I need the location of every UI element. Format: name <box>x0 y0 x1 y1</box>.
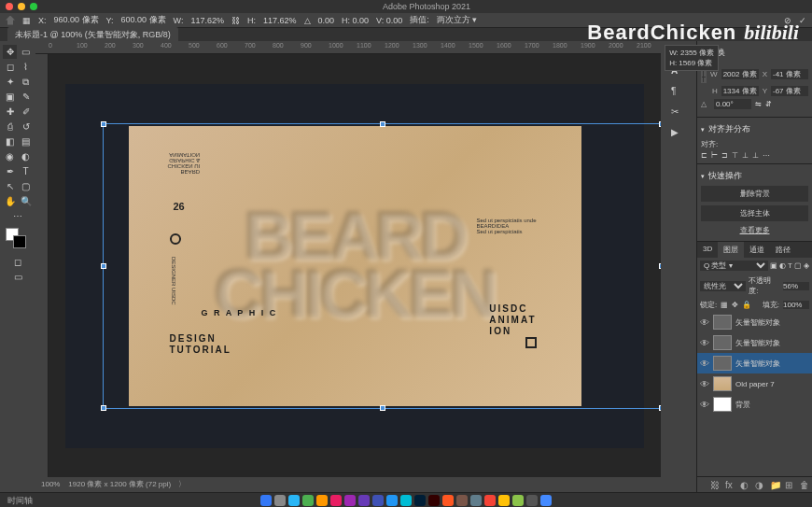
tab-layers[interactable]: 图层 <box>718 242 744 258</box>
angle-value[interactable]: 0.00 <box>318 16 335 25</box>
path-select-tool[interactable]: ↖ <box>3 179 17 193</box>
marquee-tool[interactable]: ◻ <box>3 60 17 74</box>
dock-app-icon[interactable] <box>470 495 482 506</box>
minimize-icon[interactable] <box>18 3 25 10</box>
adjustment-layer-icon[interactable]: ◑ <box>755 480 764 489</box>
move-tool[interactable]: ✥ <box>3 45 17 59</box>
align-vcenter-icon[interactable]: ⊥ <box>742 151 749 160</box>
filter-type-icon[interactable]: T <box>788 261 792 270</box>
wand-tool[interactable]: ✦ <box>3 75 17 89</box>
frame-tool[interactable]: ▣ <box>3 90 17 104</box>
brush-tool[interactable]: ✐ <box>19 105 33 119</box>
transform-handle[interactable] <box>659 121 661 127</box>
dock-app-icon[interactable] <box>484 495 496 506</box>
eraser-tool[interactable]: ◧ <box>3 134 17 148</box>
dock-app-icon[interactable] <box>386 495 398 506</box>
anchor-icon[interactable]: ▦ <box>22 16 31 25</box>
lock-pixels-icon[interactable]: ▦ <box>721 301 728 309</box>
align-left-icon[interactable]: ⊏ <box>701 151 707 160</box>
lock-position-icon[interactable]: ✥ <box>732 301 738 309</box>
link-icon[interactable]: ⛓ <box>231 16 240 25</box>
tab-channels[interactable]: 通道 <box>744 242 770 258</box>
dock-app-icon[interactable] <box>288 495 300 506</box>
dock-app-icon[interactable] <box>512 495 524 506</box>
dock-app-icon[interactable] <box>526 495 538 506</box>
visibility-icon[interactable]: 👁 <box>700 379 709 388</box>
visibility-icon[interactable]: 👁 <box>700 400 709 409</box>
tab-3d[interactable]: 3D <box>697 242 718 258</box>
filter-shape-icon[interactable]: ▢ <box>794 261 802 270</box>
select-subject-button[interactable]: 选择主体 <box>701 205 808 221</box>
dock-app-icon[interactable] <box>456 495 468 506</box>
zoom-level[interactable]: 100% <box>41 480 60 488</box>
transform-angle-input[interactable] <box>714 99 751 109</box>
color-swatches[interactable] <box>2 228 34 248</box>
transform-h-input[interactable] <box>721 86 759 96</box>
transform-handle[interactable] <box>659 405 661 411</box>
screenmode-icon[interactable]: ▭ <box>11 270 25 284</box>
dock-ai-icon[interactable] <box>428 495 440 506</box>
fill-input[interactable] <box>783 301 809 309</box>
artboard-tool[interactable]: ▭ <box>19 45 33 59</box>
dock-app-icon[interactable] <box>358 495 370 506</box>
eyedropper-tool[interactable]: ✎ <box>19 90 33 104</box>
dock-app-icon[interactable] <box>302 495 314 506</box>
new-layer-icon[interactable]: ⊞ <box>785 480 794 489</box>
align-top-icon[interactable]: ⊤ <box>732 151 738 160</box>
transform-handle[interactable] <box>659 263 661 269</box>
chevron-right-icon[interactable]: 〉 <box>178 480 186 488</box>
actions-panel-icon[interactable]: ▶ <box>671 127 686 142</box>
filter-img-icon[interactable]: ▣ <box>770 261 777 270</box>
flip-v-icon[interactable]: ⇵ <box>765 100 772 108</box>
align-right-icon[interactable]: ⊐ <box>721 151 728 160</box>
lock-all-icon[interactable]: 🔒 <box>742 301 751 309</box>
stamp-tool[interactable]: ⎙ <box>3 120 17 134</box>
document-tab[interactable]: 未标题-1 @ 100% (矢量智能对象, RGB/8) <box>7 27 178 43</box>
gradient-tool[interactable]: ▤ <box>19 134 33 148</box>
transform-w-input[interactable] <box>721 69 759 79</box>
dock-ps-icon[interactable] <box>414 495 426 506</box>
home-icon[interactable] <box>6 16 15 25</box>
cancel-transform-icon[interactable]: ⊘ <box>784 16 791 25</box>
history-brush-tool[interactable]: ↺ <box>19 120 33 134</box>
dodge-tool[interactable]: ◐ <box>19 149 33 163</box>
dock-app-icon[interactable] <box>498 495 510 506</box>
crop-tool[interactable]: ⧉ <box>19 75 33 89</box>
maximize-icon[interactable] <box>30 3 37 10</box>
layer-row[interactable]: 👁矢量智能对象 <box>697 312 812 332</box>
more-link[interactable]: 查看更多 <box>701 223 808 237</box>
transform-handle[interactable] <box>101 121 106 127</box>
align-header[interactable]: 对齐并分布 <box>701 121 808 137</box>
dock-app-icon[interactable] <box>442 495 454 506</box>
background-swatch[interactable] <box>13 235 26 248</box>
layer-fx-icon[interactable]: fx <box>725 480 735 489</box>
shape-tool[interactable]: ▢ <box>19 179 33 193</box>
type-tool[interactable]: T <box>19 164 33 178</box>
quickactions-header[interactable]: 快速操作 <box>701 168 808 184</box>
heal-tool[interactable]: ✚ <box>3 105 17 119</box>
visibility-icon[interactable]: 👁 <box>700 359 709 368</box>
close-icon[interactable] <box>6 3 13 10</box>
group-icon[interactable]: 📁 <box>770 480 779 489</box>
swatches-panel-icon[interactable]: ✂ <box>671 106 686 121</box>
dock-app-icon[interactable] <box>372 495 384 506</box>
paragraph-panel-icon[interactable]: ¶ <box>671 86 686 101</box>
tab-paths[interactable]: 路径 <box>770 242 796 258</box>
visibility-icon[interactable]: 👁 <box>700 317 709 327</box>
align-bottom-icon[interactable]: ⊥ <box>752 151 759 160</box>
layer-row[interactable]: 👁矢量智能对象 <box>697 332 812 353</box>
hand-tool[interactable]: ✋ <box>3 194 17 208</box>
h-value[interactable]: 117.62% <box>263 16 297 25</box>
blur-tool[interactable]: ◉ <box>3 149 17 163</box>
remove-bg-button[interactable]: 删除背景 <box>701 186 808 202</box>
lasso-tool[interactable]: ⌇ <box>19 60 33 74</box>
pen-tool[interactable]: ✒ <box>3 164 17 178</box>
layer-mask-icon[interactable]: ◐ <box>740 480 749 489</box>
layer-row[interactable]: 👁背景 <box>697 394 812 415</box>
dock-app-icon[interactable] <box>274 495 286 506</box>
ruler-horizontal[interactable]: 0100200300400500600700800900100011001200… <box>35 41 661 54</box>
transform-handle[interactable] <box>101 263 106 269</box>
filter-so-icon[interactable]: ◈ <box>804 261 809 270</box>
dock-app-icon[interactable] <box>330 495 342 506</box>
transform-handle[interactable] <box>101 405 106 411</box>
